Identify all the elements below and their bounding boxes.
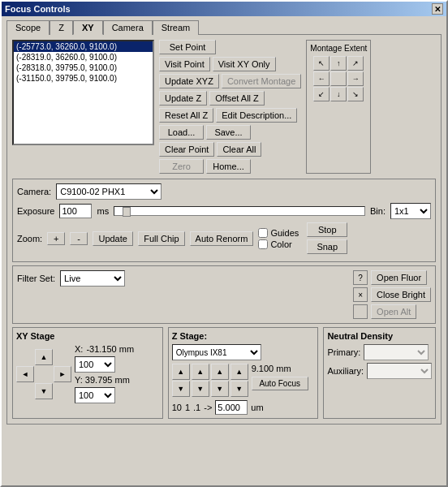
filter-select[interactable]: Live	[60, 270, 125, 287]
xy-stage-box: XY Stage ▲ ◄ ► ▼	[12, 327, 163, 419]
montage-downleft-btn[interactable]: ↙	[313, 87, 330, 101]
guides-checkbox[interactable]	[258, 228, 268, 238]
update-z-button[interactable]: Update Z	[159, 91, 207, 106]
montage-left-btn[interactable]: ←	[313, 71, 330, 86]
z-stage-title: Z Stage:	[172, 331, 315, 341]
close-button[interactable]: ✕	[432, 3, 443, 15]
xy-stage-title: XY Stage	[16, 331, 159, 341]
slider-thumb[interactable]	[123, 207, 131, 217]
list-item[interactable]: (-31150.0, 39795.0, 9100.0)	[14, 73, 153, 84]
alt-indicator	[353, 304, 368, 319]
exposure-input[interactable]	[59, 204, 92, 218]
primary-select[interactable]	[364, 344, 429, 360]
empty-cell	[16, 383, 34, 399]
filter-right: ? Open Fluor × Close Bright Open Alt	[353, 270, 431, 319]
tab-scope[interactable]: Scope	[6, 20, 50, 35]
close-bright-button[interactable]: Close Bright	[371, 287, 431, 302]
home-button[interactable]: Home...	[206, 159, 251, 174]
z-arrows: ▲ ▼ ▲ ▼ ▲ ▼	[172, 364, 248, 397]
list-item[interactable]: (-28318.0, 39795.0, 9100.0)	[14, 62, 153, 73]
z-up4-btn[interactable]: ▲	[230, 364, 248, 380]
z-device-select[interactable]: Olympus IX81	[172, 344, 261, 360]
zoom-minus-button[interactable]: -	[70, 232, 88, 245]
xy-up-button[interactable]: ▲	[35, 349, 53, 365]
tab-stream[interactable]: Stream	[153, 20, 199, 35]
visit-point-button[interactable]: Visit Point	[159, 57, 210, 71]
filter-left: Filter Set: Live	[17, 270, 125, 290]
set-point-button[interactable]: Set Point	[159, 40, 216, 54]
color-checkbox[interactable]	[258, 239, 268, 249]
xy-right-button[interactable]: ►	[54, 366, 71, 382]
stop-button[interactable]: Stop	[307, 222, 347, 237]
z-step-input[interactable]	[215, 400, 248, 415]
montage-downright-btn[interactable]: ↘	[347, 87, 364, 101]
auto-renorm-button[interactable]: Auto Renorm	[190, 231, 254, 246]
top-section: (-25773.0, 36260.0, 9100.0) (-28319.0, 3…	[12, 40, 436, 174]
montage-extent: Montage Extent ↖ ↑ ↗ ← → ↙ ↓ ↘	[306, 40, 371, 174]
titlebar: Focus Controls ✕	[2, 2, 446, 16]
z-down1-btn[interactable]: ▼	[172, 381, 190, 397]
empty-cell	[54, 349, 71, 365]
update-xyz-button[interactable]: Update XYZ	[159, 74, 219, 88]
open-alt-button[interactable]: Open Alt	[371, 304, 416, 319]
z-down3-btn[interactable]: ▼	[211, 381, 229, 397]
zero-button[interactable]: Zero	[159, 159, 204, 174]
z-value: 9.100 mm	[252, 364, 308, 373]
btn-row-7: Clear Point Clear All	[159, 142, 301, 157]
x-step-select[interactable]: 100	[75, 356, 115, 373]
bin-select[interactable]: 1x1	[390, 203, 431, 219]
main-panel: (-25773.0, 36260.0, 9100.0) (-28319.0, 3…	[6, 34, 442, 425]
window-title: Focus Controls	[5, 4, 71, 14]
xy-down-button[interactable]: ▼	[35, 383, 53, 399]
xy-left-button[interactable]: ◄	[16, 366, 34, 382]
empty-cell	[54, 383, 71, 399]
tab-z[interactable]: Z	[50, 20, 73, 35]
z-step-unit: um	[251, 403, 263, 412]
z-down4-btn[interactable]: ▼	[230, 381, 248, 397]
exposure-slider[interactable]	[114, 206, 365, 216]
x-coord-row: X: -31.150 mm	[75, 344, 134, 354]
auto-focus-button[interactable]: Auto Focus	[252, 377, 308, 390]
list-item[interactable]: (-28319.0, 36260.0, 9100.0)	[14, 52, 153, 62]
camera-row: Camera: C9100-02 PHX1	[17, 183, 431, 200]
zoom-plus-button[interactable]: +	[47, 232, 65, 245]
fluor-indicator: ?	[353, 270, 368, 285]
load-button[interactable]: Load...	[159, 125, 204, 140]
montage-up-btn[interactable]: ↑	[330, 56, 347, 71]
point-list[interactable]: (-25773.0, 36260.0, 9100.0) (-28319.0, 3…	[12, 40, 154, 145]
montage-center-btn[interactable]	[330, 71, 347, 86]
z-up3-btn[interactable]: ▲	[211, 364, 229, 380]
full-chip-button[interactable]: Full Chip	[138, 231, 184, 246]
tab-camera[interactable]: Camera	[103, 20, 153, 35]
z-down2-btn[interactable]: ▼	[192, 381, 209, 397]
z-arrow-col1: ▲ ▼	[172, 364, 190, 397]
montage-upright-btn[interactable]: ↗	[347, 56, 364, 71]
convert-montage-button[interactable]: Convert Montage	[222, 74, 301, 88]
save-button[interactable]: Save...	[206, 125, 251, 140]
edit-description-button[interactable]: Edit Description...	[216, 108, 297, 123]
visit-xy-only-button[interactable]: Visit XY Only	[213, 57, 276, 71]
montage-upleft-btn[interactable]: ↖	[313, 56, 330, 71]
btn-row-2: Visit Point Visit XY Only	[159, 57, 301, 71]
montage-down-btn[interactable]: ↓	[330, 87, 347, 101]
clear-point-button[interactable]: Clear Point	[159, 142, 214, 157]
y-step-select[interactable]: 100	[75, 387, 115, 403]
reset-all-z-button[interactable]: Reset All Z	[159, 108, 213, 123]
tab-xy[interactable]: XY	[73, 20, 103, 35]
camera-select[interactable]: C9100-02 PHX1	[56, 183, 162, 200]
snap-button[interactable]: Snap	[307, 239, 347, 254]
montage-right-btn[interactable]: →	[347, 71, 364, 86]
y-step-row: 100	[75, 387, 134, 403]
auxiliary-select[interactable]	[367, 363, 432, 379]
open-fluor-button[interactable]: Open Fluor	[371, 270, 427, 285]
step-01: .1	[193, 403, 200, 412]
z-up1-btn[interactable]: ▲	[172, 364, 190, 380]
clear-all-button[interactable]: Clear All	[217, 142, 261, 157]
z-value-col: 9.100 mm Auto Focus	[252, 364, 308, 390]
list-item[interactable]: (-25773.0, 36260.0, 9100.0)	[14, 41, 153, 52]
z-controls: ▲ ▼ ▲ ▼ ▲ ▼	[172, 364, 315, 397]
update-zoom-button[interactable]: Update	[93, 231, 133, 246]
z-arrow-col3: ▲ ▼	[211, 364, 229, 397]
z-up2-btn[interactable]: ▲	[192, 364, 209, 380]
offset-all-z-button[interactable]: Offset All Z	[209, 91, 265, 106]
